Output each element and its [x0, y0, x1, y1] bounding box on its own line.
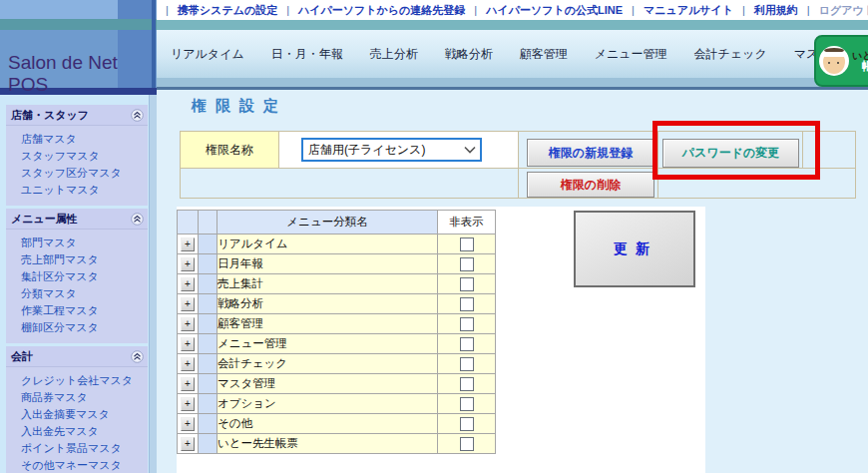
hide-checkbox[interactable]	[460, 317, 474, 331]
sidebar-section-header[interactable]: 会計	[6, 346, 148, 367]
plus-icon: +	[185, 259, 191, 269]
expand-button[interactable]: +	[181, 257, 195, 271]
expand-button[interactable]: +	[181, 277, 195, 291]
table-row: + 日月年報	[178, 254, 496, 274]
top-link-bar: | 携帯システムの設定 | ハイパーソフトからの連絡先登録 | ハイパーソフトの…	[157, 0, 868, 20]
plus-icon: +	[185, 299, 191, 309]
sidebar-item-store-master[interactable]: 店舗マスタ	[6, 131, 148, 148]
logo-text: Salon de Net POS	[8, 52, 157, 96]
plus-icon: +	[185, 379, 191, 389]
hide-checkbox[interactable]	[460, 337, 474, 351]
top-link-terms[interactable]: 利用規約	[754, 3, 798, 18]
expand-button[interactable]: +	[181, 397, 195, 411]
expand-column-header	[178, 211, 199, 235]
page-title: 権限設定	[192, 97, 287, 116]
sidebar-item-inventory-class-master[interactable]: 棚卸区分マスタ	[6, 319, 148, 336]
top-link-contact-registration[interactable]: ハイパーソフトからの連絡先登録	[298, 3, 465, 18]
sidebar-item-point-prize-master[interactable]: ポイント景品マスタ	[6, 440, 148, 457]
top-link-mobile-settings[interactable]: 携帯システムの設定	[178, 3, 277, 18]
sidebar-section-title: メニュー属性	[11, 212, 78, 227]
permission-name-select[interactable]: 店舗用(子ライセンス)	[301, 138, 482, 162]
expand-button[interactable]: +	[181, 417, 195, 431]
sidebar-item-unit-master[interactable]: ユニットマスタ	[6, 182, 148, 199]
expand-button[interactable]: +	[181, 317, 195, 331]
separator: |	[286, 4, 289, 16]
expand-button[interactable]: +	[181, 357, 195, 371]
update-button[interactable]: 更新	[574, 211, 695, 287]
collapse-icon[interactable]	[131, 109, 144, 122]
menu-category-table: メニュー分類名 非表示 + リアルタイム + 日月年報 + 売上集計	[177, 210, 496, 454]
sidebar-section-menu-attr: メニュー属性 部門マスタ 売上部門マスタ 集計区分マスタ 分類マスタ 作業工程マ…	[6, 209, 148, 343]
sidebar-item-other-money-master[interactable]: その他マネーマスタ	[6, 457, 148, 473]
plus-icon: +	[185, 419, 191, 429]
collapse-icon[interactable]	[131, 350, 144, 363]
menu-category-name: いとー先生帳票	[217, 434, 438, 454]
sidebar-section-store-staff: 店舗・スタッフ 店舗マスタ スタッフマスタ スタッフ区分マスタ ユニットマスタ	[6, 105, 148, 206]
expand-button[interactable]: +	[181, 437, 195, 451]
form-cell	[180, 168, 519, 199]
expand-button[interactable]: +	[181, 377, 195, 391]
sidebar-item-agg-class-master[interactable]: 集計区分マスタ	[6, 268, 148, 285]
new-permission-button[interactable]: 権限の新規登録	[527, 139, 654, 167]
hide-checkbox[interactable]	[460, 237, 474, 251]
sidebar-item-staff-master[interactable]: スタッフマスタ	[6, 148, 148, 165]
sidebar-item-cash-dest-master[interactable]: 入出金先マスタ	[6, 423, 148, 440]
plus-icon: +	[185, 439, 191, 449]
sidebar: 店舗・スタッフ 店舗マスタ スタッフマスタ スタッフ区分マスタ ユニットマスタ …	[0, 95, 157, 473]
sidebar-item-work-process-master[interactable]: 作業工程マスタ	[6, 302, 148, 319]
sidebar-section-header[interactable]: 店舗・スタッフ	[6, 105, 148, 126]
sidebar-item-sales-dept-master[interactable]: 売上部門マスタ	[6, 251, 148, 268]
hide-checkbox[interactable]	[460, 417, 474, 431]
sidebar-item-cash-summary-master[interactable]: 入出金摘要マスタ	[6, 406, 148, 423]
nav-accounting-check[interactable]: 会計チェック	[694, 46, 767, 63]
nav-sales-analysis[interactable]: 売上分析	[370, 46, 418, 63]
hide-checkbox[interactable]	[460, 357, 474, 371]
sidebar-section-header[interactable]: メニュー属性	[6, 209, 148, 230]
menu-category-name: 戦略分析	[217, 294, 438, 314]
nav-realtime[interactable]: リアルタイム	[171, 46, 244, 63]
hide-checkbox[interactable]	[460, 377, 474, 391]
hide-checkbox[interactable]	[460, 397, 474, 411]
menu-category-name: リアルタイム	[217, 235, 438, 254]
table-header-row: メニュー分類名 非表示	[178, 211, 496, 235]
menu-category-name: 会計チェック	[217, 354, 438, 374]
sidebar-item-category-master[interactable]: 分類マスタ	[6, 285, 148, 302]
top-link-logout[interactable]: ログアウト	[819, 3, 868, 18]
hidden-column-header: 非表示	[438, 211, 496, 235]
expand-button[interactable]: +	[181, 297, 195, 311]
sidebar-item-credit-company-master[interactable]: クレジット会社マスタ	[6, 372, 148, 389]
change-password-button[interactable]: パスワードの変更	[662, 139, 799, 168]
user-badge[interactable]: いとー先生 帳票	[814, 35, 868, 87]
separator: |	[807, 4, 810, 16]
main-nav: リアルタイム 日・月・年報 売上分析 戦略分析 顧客管理 メニュー管理 会計チェ…	[157, 30, 868, 78]
sidebar-item-staff-class-master[interactable]: スタッフ区分マスタ	[6, 165, 148, 182]
table-row: + マスタ管理	[178, 374, 496, 394]
delete-permission-button[interactable]: 権限の削除	[527, 172, 654, 198]
permission-name-value: 店舗用(子ライセンス)	[308, 142, 425, 159]
collapse-icon[interactable]	[131, 213, 144, 226]
plus-icon: +	[185, 239, 191, 249]
menu-category-name: マスタ管理	[217, 374, 438, 394]
hide-checkbox[interactable]	[460, 297, 474, 311]
hide-checkbox[interactable]	[460, 437, 474, 451]
top-link-official-line[interactable]: ハイパーソフトの公式LINE	[486, 3, 623, 18]
hide-checkbox[interactable]	[460, 257, 474, 271]
menu-name-column-header: メニュー分類名	[217, 211, 438, 235]
nav-customer-management[interactable]: 顧客管理	[520, 46, 568, 63]
plus-icon: +	[185, 399, 191, 409]
sidebar-item-department-master[interactable]: 部門マスタ	[6, 235, 148, 251]
hide-checkbox[interactable]	[460, 277, 474, 291]
nav-daily-monthly-yearly[interactable]: 日・月・年報	[271, 46, 343, 63]
expand-button[interactable]: +	[181, 337, 195, 351]
menu-category-name: オプション	[217, 394, 438, 414]
expand-button[interactable]: +	[181, 237, 195, 251]
separator: |	[166, 4, 169, 16]
top-link-manual-site[interactable]: マニュアルサイト	[644, 3, 733, 18]
sidebar-item-gift-cert-master[interactable]: 商品券マスタ	[6, 389, 148, 406]
table-row: + 顧客管理	[178, 314, 496, 334]
menu-category-name: メニュー管理	[217, 334, 438, 354]
table-row: + 会計チェック	[178, 354, 496, 374]
menu-category-name: その他	[217, 414, 438, 434]
nav-strategy-analysis[interactable]: 戦略分析	[445, 46, 493, 63]
nav-menu-management[interactable]: メニュー管理	[595, 46, 667, 63]
